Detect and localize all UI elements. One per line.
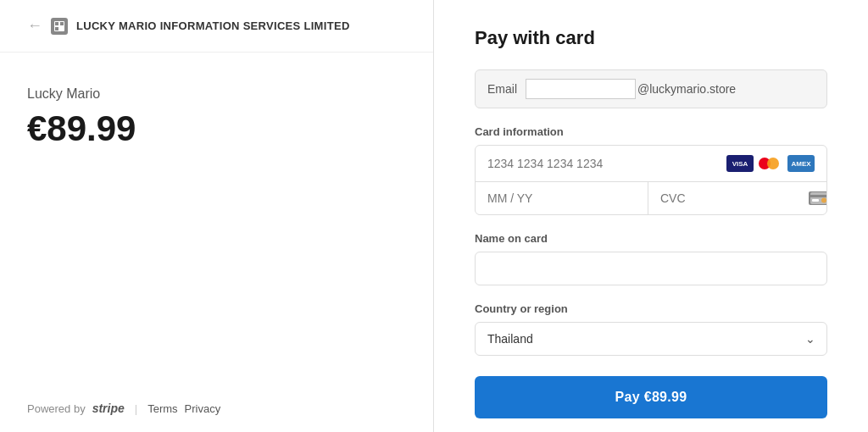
card-cvc-row: [648, 182, 827, 214]
pay-title: Pay with card: [475, 27, 827, 49]
country-section-label: Country or region: [475, 302, 827, 315]
left-panel: ← LUCKY MARIO INFORMATION SERVICES LIMIT…: [0, 0, 434, 432]
email-domain: @luckymario.store: [637, 82, 736, 96]
left-header: ← LUCKY MARIO INFORMATION SERVICES LIMIT…: [0, 0, 433, 53]
svg-point-7: [821, 198, 826, 203]
company-icon: [51, 18, 68, 35]
mastercard-icon: [757, 155, 784, 172]
visa-icon: VISA: [726, 155, 754, 172]
powered-by-label: Powered by: [27, 402, 86, 415]
left-content: Lucky Mario €89.99: [0, 53, 433, 385]
card-icons: VISA AMEX: [726, 155, 815, 172]
country-select[interactable]: Thailand United States United Kingdom Ge…: [475, 322, 827, 356]
back-arrow-icon[interactable]: ←: [27, 17, 42, 35]
email-row: Email @luckymario.store: [475, 69, 827, 108]
amex-icon: AMEX: [787, 155, 815, 172]
svg-rect-2: [60, 22, 64, 25]
svg-rect-5: [810, 195, 827, 197]
cvc-card-icon: [809, 191, 827, 205]
card-cvc-input[interactable]: [660, 182, 809, 214]
card-number-row: VISA AMEX: [476, 146, 826, 182]
svg-rect-3: [55, 27, 58, 30]
privacy-link[interactable]: Privacy: [185, 402, 221, 415]
card-number-input[interactable]: [487, 157, 726, 170]
stripe-logo: stripe: [92, 402, 125, 415]
price-display: €89.99: [27, 108, 406, 149]
email-label: Email: [487, 82, 517, 96]
name-on-card-input[interactable]: [475, 252, 827, 285]
right-panel: Pay with card Email @luckymario.store Ca…: [434, 0, 868, 432]
company-name: LUCKY MARIO INFORMATION SERVICES LIMITED: [76, 19, 350, 32]
merchant-name: Lucky Mario: [27, 86, 406, 102]
card-info-box: VISA AMEX: [475, 145, 827, 215]
name-section-label: Name on card: [475, 232, 827, 245]
country-select-wrapper: Thailand United States United Kingdom Ge…: [475, 322, 827, 356]
pay-button[interactable]: Pay €89.99: [475, 376, 827, 418]
card-expiry-input[interactable]: [476, 182, 648, 214]
card-section-label: Card information: [475, 125, 827, 138]
footer-divider: |: [135, 402, 137, 415]
svg-rect-1: [55, 22, 58, 25]
terms-link[interactable]: Terms: [147, 402, 177, 415]
card-bottom-row: [476, 182, 826, 214]
left-footer: Powered by stripe | Terms Privacy: [0, 385, 433, 432]
svg-rect-6: [812, 199, 819, 202]
email-input[interactable]: [526, 79, 636, 99]
